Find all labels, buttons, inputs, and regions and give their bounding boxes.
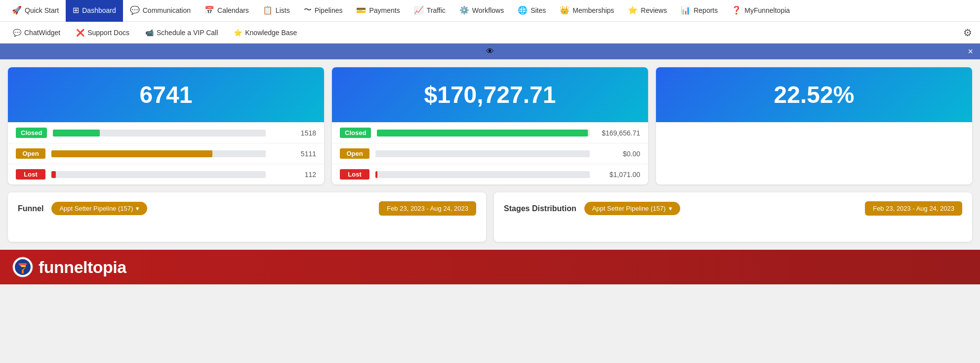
traffic-icon: 📈 [414, 5, 424, 15]
open-value-revenue: $0.00 [596, 150, 640, 158]
stages-date-button[interactable]: Feb 23, 2023 - Aug 24, 2023 [865, 201, 962, 216]
closed-badge-revenue: Closed [340, 128, 371, 138]
stat-row-open-count: Open 5111 [8, 143, 324, 164]
lost-badge-count: Lost [16, 169, 45, 180]
stat-row-closed-revenue: Closed $169,656.71 [332, 122, 648, 143]
chat-widget-icon: 💬 [13, 29, 21, 37]
nav-support-docs[interactable]: ❌ Support Docs [68, 22, 137, 44]
nav-schedule-vip-label: Schedule a VIP Call [157, 29, 218, 37]
stages-distribution-card: Stages Distribution Appt Setter Pipeline… [494, 192, 972, 242]
open-value-count: 5111 [272, 150, 316, 158]
closed-value-revenue: $169,656.71 [596, 129, 640, 137]
funnel-date-label: Feb 23, 2023 - Aug 24, 2023 [387, 205, 468, 212]
lost-value-count: 112 [272, 171, 316, 179]
nav-support-docs-label: Support Docs [87, 29, 129, 37]
knowledge-base-icon: ⭐ [234, 29, 242, 37]
stats-row: 6741 Closed 1518 Open 5111 [8, 67, 972, 184]
stages-pipeline-chevron: ▾ [669, 205, 672, 212]
stages-pipeline-label: Appt Setter Pipeline (157) [592, 205, 666, 212]
closed-value-count: 1518 [272, 129, 316, 137]
funnel-pipeline-button[interactable]: Appt Setter Pipeline (157) ▾ [51, 202, 147, 215]
stat-card-revenue: $170,727.71 Closed $169,656.71 Open $0.0… [332, 67, 648, 184]
nav-communication-label: Communication [143, 6, 191, 14]
sites-icon: 🌐 [518, 5, 528, 15]
nav-lists-label: Lists [276, 6, 290, 14]
nav-dashboard-label: Dashboard [82, 6, 116, 14]
lost-badge-revenue: Lost [340, 169, 369, 180]
nav-reviews[interactable]: ⭐ Reviews [621, 0, 674, 22]
funnel-pipeline-label: Appt Setter Pipeline (157) [59, 205, 133, 212]
closed-badge-count: Closed [16, 128, 47, 138]
open-bar-fill-count [51, 150, 212, 157]
lost-bar-fill-count [51, 171, 56, 178]
nav-sites[interactable]: 🌐 Sites [511, 0, 553, 22]
closed-bar-count [53, 130, 266, 136]
stages-date-label: Feb 23, 2023 - Aug 24, 2023 [873, 205, 954, 212]
nav-workflows-label: Workflows [472, 6, 504, 14]
nav-communication[interactable]: 💬 Communication [123, 0, 198, 22]
stat-hero-count: 6741 [8, 67, 324, 122]
stat-row-open-revenue: Open $0.00 [332, 143, 648, 164]
closed-bar-fill-count [53, 130, 100, 136]
nav-reports[interactable]: 📊 Reports [674, 0, 725, 22]
stat-hero-conversion-value: 22.52% [774, 82, 855, 108]
top-navigation: 🚀 Quick Start ⊞ Dashboard 💬 Communicatio… [0, 0, 980, 22]
funnel-pipeline-chevron: ▾ [136, 205, 139, 212]
nav-lists[interactable]: 📋 Lists [256, 0, 297, 22]
nav-chat-widget[interactable]: 💬 ChatWidget [5, 22, 68, 44]
main-content: 6741 Closed 1518 Open 5111 [0, 59, 980, 250]
nav-memberships[interactable]: 👑 Memberships [553, 0, 621, 22]
stages-pipeline-button[interactable]: Appt Setter Pipeline (157) ▾ [584, 202, 680, 215]
nav-myfunneltopia[interactable]: ❓ MyFunneltopia [725, 0, 797, 22]
banner-eye-icon: 👁 [486, 47, 494, 56]
nav-knowledge-base[interactable]: ⭐ Knowledge Base [226, 22, 305, 44]
lost-bar-fill-revenue [375, 171, 377, 178]
schedule-vip-icon: 📹 [145, 29, 154, 37]
stat-rows-revenue: Closed $169,656.71 Open $0.00 Lost [332, 122, 648, 184]
stat-rows-count: Closed 1518 Open 5111 Lost [8, 122, 324, 184]
lost-value-revenue: $1,071.00 [596, 171, 640, 179]
nav-calendars[interactable]: 📅 Calendars [198, 0, 256, 22]
settings-icon[interactable]: ⚙ [963, 27, 972, 39]
stages-card-header: Stages Distribution Appt Setter Pipeline… [504, 201, 962, 216]
lists-icon: 📋 [263, 5, 273, 15]
payments-icon: 💳 [356, 5, 366, 15]
nav-chat-widget-label: ChatWidget [24, 29, 60, 37]
nav-reviews-label: Reviews [641, 6, 667, 14]
closed-bar-fill-revenue [377, 130, 587, 136]
nav-payments[interactable]: 💳 Payments [349, 0, 407, 22]
open-bar-revenue [375, 150, 590, 157]
reviews-icon: ⭐ [628, 5, 638, 15]
banner-close-button[interactable]: × [968, 46, 973, 57]
nav-memberships-label: Memberships [572, 6, 614, 14]
nav-workflows[interactable]: ⚙️ Workflows [452, 0, 511, 22]
nav-pipelines-label: Pipelines [315, 6, 343, 14]
nav-myfunneltopia-label: MyFunneltopia [744, 6, 790, 14]
nav-traffic-label: Traffic [427, 6, 446, 14]
memberships-icon: 👑 [560, 5, 570, 15]
quick-start-icon: 🚀 [12, 5, 22, 15]
reports-icon: 📊 [681, 5, 691, 15]
second-navigation: 💬 ChatWidget ❌ Support Docs 📹 Schedule a… [0, 22, 980, 44]
footer: funneltopia [0, 250, 980, 284]
nav-traffic[interactable]: 📈 Traffic [407, 0, 452, 22]
stat-row-closed-count: Closed 1518 [8, 122, 324, 143]
nav-schedule-vip[interactable]: 📹 Schedule a VIP Call [137, 22, 226, 44]
nav-dashboard[interactable]: ⊞ Dashboard [66, 0, 123, 22]
funnel-card-header: Funnel Appt Setter Pipeline (157) ▾ Feb … [18, 201, 476, 216]
nav-payments-label: Payments [369, 6, 400, 14]
stat-card-conversion: 22.52% [656, 67, 972, 184]
lost-bar-revenue [375, 171, 590, 178]
nav-sites-label: Sites [531, 6, 546, 14]
nav-knowledge-base-label: Knowledge Base [245, 29, 297, 37]
myfunneltopia-icon: ❓ [732, 5, 741, 15]
funnel-title: Funnel [18, 204, 43, 213]
pipelines-icon: 〜 [304, 5, 312, 15]
nav-quick-start-label: Quick Start [25, 6, 59, 14]
closed-bar-revenue [377, 130, 590, 136]
nav-pipelines[interactable]: 〜 Pipelines [297, 0, 350, 22]
funnel-date-button[interactable]: Feb 23, 2023 - Aug 24, 2023 [379, 201, 476, 216]
nav-quick-start[interactable]: 🚀 Quick Start [5, 0, 66, 22]
dashboard-icon: ⊞ [73, 5, 79, 15]
workflows-icon: ⚙️ [459, 5, 469, 15]
